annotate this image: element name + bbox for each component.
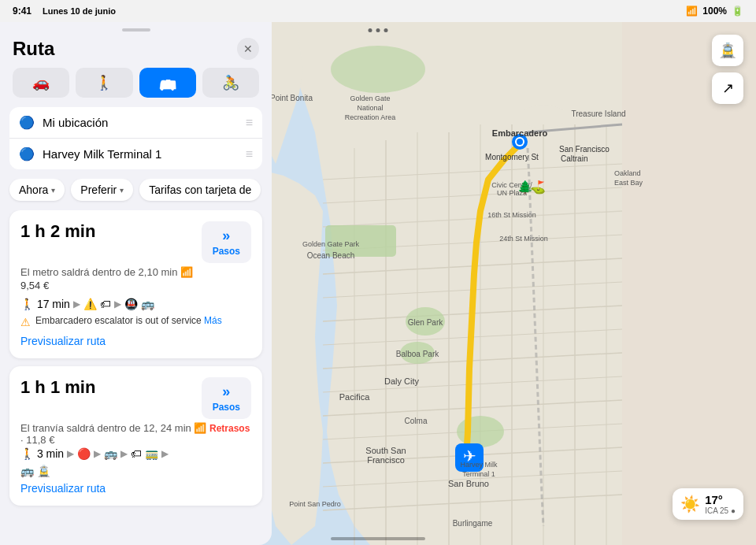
map-controls: 🚊 ↗ [712,35,743,104]
car-icon: 🚗 [32,74,50,91]
svg-text:16th St Mission: 16th St Mission [487,211,536,219]
svg-text:Ocean Beach: Ocean Beach [307,251,355,260]
location-button[interactable]: ↗ [712,72,743,104]
route-1-warning: ⚠ Embarcadero escalator is out of servic… [20,315,251,328]
svg-text:San Francisco: San Francisco [559,145,610,154]
route-results-list: 1 h 2 min » Pasos El metro saldrá dentro… [0,210,272,545]
drag-icon: ≡ [246,116,253,130]
bus-step-icon-1: ⚠️ [83,298,97,310]
destination-row[interactable]: 🔵 Harvey Milk Terminal 1 ≡ [9,139,262,169]
destination-icon: 🔵 [19,146,35,161]
transport-mode-selector: 🚗 🚶 🚌 🚴 [0,68,272,107]
arrow-icon-1: ▶ [73,298,80,310]
drag-handle[interactable] [0,22,272,32]
route-2-steps-button[interactable]: » Pasos [202,377,251,419]
map-menu-dots[interactable] [369,28,388,32]
bike-icon: 🚴 [222,74,239,91]
route-2-extra-icons: 🚌 🚊 [20,465,251,477]
battery-icon: 🔋 [732,6,743,17]
route-2-icons: 🚶 3 min ▶ 🔴 ▶ 🚌 ▶ 🏷 🚃 ▶ [20,447,251,460]
svg-text:Harvey Milk: Harvey Milk [460,461,498,469]
walk-icon: 🚶 [95,74,113,91]
route-2-header: 1 h 1 min » Pasos [20,377,251,419]
svg-text:Recreation Area: Recreation Area [345,113,396,121]
svg-text:Point San Pedro: Point San Pedro [289,500,341,508]
transit-step-icon-1: 🏷 [100,298,111,310]
arrow-icon-4: ▶ [94,448,101,459]
route-1-preview-link[interactable]: Previsualizar ruta [20,335,251,347]
home-indicator [331,537,425,540]
route-1-duration: 1 h 2 min [20,221,95,242]
svg-text:Burlingame: Burlingame [453,519,493,528]
status-time: 9:41 [13,6,32,17]
route-1-price: 9,54 € [20,280,251,291]
filter-row: Ahora ▾ Preferir ▾ Tarifas con tarjeta d… [0,179,272,210]
bike-mode-button[interactable]: 🚴 [202,68,259,98]
arrow-icon-6: ▶ [161,448,169,459]
svg-text:South San: South San [365,446,406,455]
walk-mode-button[interactable]: 🚶 [76,68,132,98]
warning-more-link[interactable]: Más [204,315,222,326]
bus-icon-1: 🚌 [141,298,154,310]
arrow-icon-2: ▶ [114,298,121,310]
time-filter-label: Ahora [19,184,48,196]
svg-text:Golden Gate: Golden Gate [350,95,390,102]
preference-filter-button[interactable]: Preferir ▾ [71,179,133,201]
origin-text: Mi ubicación [43,116,238,129]
fare-filter-button[interactable]: Tarifas con tarjeta de [139,179,261,201]
delay-badge: Retrasos [209,423,250,434]
svg-text:San Bruno: San Bruno [448,479,489,488]
route-1-desc: El metro saldrá dentro de 2,10 min 📶 [20,266,251,278]
fare-filter-label: Tarifas con tarjeta de [149,184,251,196]
svg-text:Francisco: Francisco [367,455,405,465]
route-2-preview-link[interactable]: Previsualizar ruta [20,482,251,495]
route-2-desc: El tranvía saldrá dentro de 12, 24 min 📶… [20,422,251,446]
chevron-down-icon: ▾ [51,186,55,195]
walk-step-icon: 🚶 17 min [20,298,70,310]
svg-text:National: National [357,104,383,112]
steps-icon-1: » [222,228,230,244]
sidebar-header: Ruta ✕ [0,32,272,68]
bus-extra-icon: 🚌 [20,465,34,477]
close-icon: ✕ [243,43,253,55]
weather-badge: ☀️ 17° ICA 25 ● [673,488,743,520]
svg-text:Terminal 1: Terminal 1 [462,470,495,478]
car-mode-button[interactable]: 🚗 [13,68,69,98]
arrow-icon-3: ▶ [67,448,74,459]
sidebar-panel: Ruta ✕ 🚗 🚶 🚌 🚴 🔵 Mi ubicación ≡ 🔵 Harvey… [0,22,272,545]
close-button[interactable]: ✕ [237,38,259,60]
chevron-down-icon-2: ▾ [120,186,124,195]
svg-text:Colma: Colma [405,417,428,425]
svg-point-30 [331,46,425,93]
svg-text:Oakland: Oakland [614,169,641,177]
route-card-2[interactable]: 1 h 1 min » Pasos El tranvía saldrá dent… [9,366,262,506]
svg-text:Montgomery St: Montgomery St [485,153,539,161]
rail-extra-icon: 🚊 [37,465,50,477]
tram-icon: 🔴 [77,447,91,460]
steps-icon-2: » [222,384,230,400]
svg-text:Embarcadero: Embarcadero [492,128,548,138]
time-filter-button[interactable]: Ahora ▾ [9,179,65,201]
warning-text: Embarcadero escalator is out of service … [35,315,222,326]
route-1-steps-button[interactable]: » Pasos [202,221,251,263]
warning-icon: ⚠ [20,316,31,328]
svg-point-29 [457,416,504,447]
svg-text:Treasure Island: Treasure Island [571,109,625,118]
origin-row[interactable]: 🔵 Mi ubicación ≡ [9,107,262,139]
status-date: Lunes 10 de junio [43,6,116,16]
svg-point-34 [517,139,523,145]
transit-overview-button[interactable]: 🚊 [712,35,743,66]
weather-temp: 17° [705,493,736,506]
svg-text:⛳: ⛳ [530,180,546,195]
svg-text:Daly City: Daly City [384,376,420,386]
bus-icon-2: 🚌 [104,447,117,460]
metro-icon: 🚇 [124,298,138,310]
rail-icon: 🚃 [145,447,158,460]
route-card-1[interactable]: 1 h 2 min » Pasos El metro saldrá dentro… [9,210,262,358]
steps-label-2: Pasos [213,402,240,413]
weather-station: ICA 25 ● [705,506,736,515]
wifi-icon: 📶 [686,6,698,17]
route-1-icons: 🚶 17 min ▶ ⚠️ 🏷 ▶ 🚇 🚌 [20,298,251,310]
transit-mode-button[interactable]: 🚌 [139,68,196,98]
svg-text:Point Bonita: Point Bonita [270,94,313,102]
